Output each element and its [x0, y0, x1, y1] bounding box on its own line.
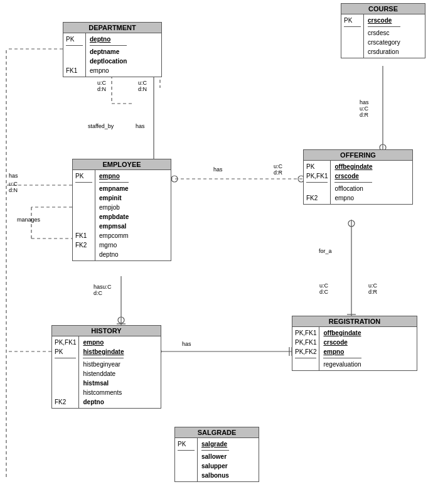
off-key-blank	[306, 184, 328, 193]
hist-attr-histmsal: histmsal	[83, 378, 124, 388]
entity-salgrade-attrs: salgrade sallower salupper salbonus	[198, 438, 233, 481]
dept-attr-deptno: deptno	[90, 35, 127, 44]
label-uc-dr-off-reg2: u:Cd:R	[368, 282, 377, 295]
course-attr-crsduration: crsduration	[368, 47, 400, 56]
emp-key-blank1	[75, 184, 92, 193]
label-staffed-by: staffed_by	[88, 123, 114, 129]
emp-attr-empcomm: empcomm	[99, 231, 129, 240]
label-uc-staffedby2: u:Cd:N	[138, 80, 147, 92]
svg-point-11	[171, 176, 178, 182]
emp-attr-empname: empname	[99, 184, 129, 193]
entity-employee: EMPLOYEE PK FK1 FK2 empno empname empini…	[72, 159, 171, 261]
entity-course-attrs: crscode crsdesc crscategory crsduration	[364, 14, 404, 58]
reg-attr-regevaluation: regevaluation	[323, 360, 361, 369]
entity-registration: REGISTRATION PK,FK1 PK,FK1 PK,FK2 offbeg…	[292, 316, 417, 371]
course-attr-crscode: crscode	[368, 16, 400, 25]
emp-attr-empjob: empjob	[99, 203, 129, 212]
label-uc-dr-course-off: u:Cd:R	[360, 105, 368, 118]
entity-employee-header: EMPLOYEE	[73, 159, 171, 170]
entity-course: COURSE PK crscode crsdesc crscategory cr…	[341, 3, 425, 58]
entity-employee-body: PK FK1 FK2 empno empname empinit empjob …	[73, 170, 171, 260]
hist-key-blank3	[55, 378, 76, 388]
emp-key-blank4	[75, 212, 92, 222]
off-attr-offlocation: offlocation	[334, 184, 372, 193]
hist-attr-histcomments: histcomments	[83, 388, 124, 397]
entity-course-keys: PK	[341, 14, 364, 58]
dept-key-blank2	[66, 56, 83, 66]
label-for-a: for_a	[319, 248, 332, 254]
reg-key-pkfk1-2: PK,FK1	[295, 338, 316, 347]
entity-department-attrs: deptno deptname deptlocation empno	[86, 33, 131, 77]
entity-registration-attrs: offbegindate crscode empno regevaluation	[319, 327, 365, 370]
sal-key-blank2	[178, 461, 195, 471]
entity-department-keys: PK FK1	[63, 33, 86, 77]
reg-attr-crscode: crscode	[323, 338, 361, 347]
svg-point-18	[118, 317, 124, 323]
label-hasu-c: hasu:Cd:C	[94, 284, 112, 296]
emp-key-fk1: FK1	[75, 231, 92, 240]
course-key-pk: PK	[344, 16, 361, 25]
entity-registration-keys: PK,FK1 PK,FK1 PK,FK2	[292, 327, 319, 370]
label-has-course-off: has	[360, 99, 369, 105]
hist-key-blank4	[55, 388, 76, 397]
hist-key-blank2	[55, 369, 76, 378]
emp-key-blank3	[75, 203, 92, 212]
reg-key-blank	[295, 360, 316, 369]
hist-attr-deptno: deptno	[83, 397, 124, 407]
dept-attr-deptname: deptname	[90, 47, 127, 56]
sal-key-blank1	[178, 452, 195, 461]
sal-attr-salgrade: salgrade	[201, 439, 229, 449]
entity-offering-header: OFFERING	[304, 150, 412, 161]
label-uc-dc-off-reg: u:Cd:C	[319, 282, 328, 295]
hist-key-blank1	[55, 360, 76, 369]
emp-attr-empinit: empinit	[99, 193, 129, 203]
entity-offering-attrs: offbegindate crscode offlocation empno	[331, 161, 376, 204]
reg-attr-empno: empno	[323, 347, 361, 357]
entity-salgrade: SALGRADE PK salgrade sallower salupper s…	[174, 427, 259, 482]
course-attr-crsdesc: crsdesc	[368, 28, 400, 38]
label-uc-dr-emp-off: u:Cd:R	[274, 163, 282, 176]
entity-course-body: PK crscode crsdesc crscategory crsdurati…	[341, 14, 425, 58]
emp-key-fk2: FK2	[75, 240, 92, 250]
sal-key-pk: PK	[178, 439, 195, 449]
entity-offering-body: PK PK,FK1 FK2 offbegindate crscode offlo…	[304, 161, 412, 204]
sal-key-blank3	[178, 471, 195, 480]
hist-key-fk2: FK2	[55, 397, 76, 407]
sal-attr-sallower: sallower	[201, 452, 229, 461]
entity-department: DEPARTMENT PK FK1 deptno deptname deptlo…	[63, 22, 162, 77]
hist-attr-histbegindate: histbegindate	[83, 347, 124, 357]
entity-registration-body: PK,FK1 PK,FK1 PK,FK2 offbegindate crscod…	[292, 327, 417, 370]
svg-point-26	[348, 220, 355, 227]
hist-key-pkfk1: PK,FK1	[55, 338, 76, 347]
entity-history-body: PK,FK1 PK FK2 empno histbegindate histbe…	[52, 336, 161, 408]
entity-history-attrs: empno histbegindate histbeginyear histen…	[79, 336, 127, 408]
sal-attr-salbonus: salbonus	[201, 471, 229, 480]
entity-salgrade-body: PK salgrade sallower salupper salbonus	[175, 438, 259, 481]
entity-history: HISTORY PK,FK1 PK FK2 empno histbegindat…	[51, 325, 161, 409]
course-attr-crscategory: crscategory	[368, 38, 400, 47]
entity-salgrade-header: SALGRADE	[175, 427, 259, 438]
hist-attr-histenddate: histenddate	[83, 369, 124, 378]
emp-key-pk: PK	[75, 171, 92, 181]
off-key-fk2: FK2	[306, 193, 328, 203]
reg-key-pkfk2: PK,FK2	[295, 347, 316, 357]
off-attr-crscode: crscode	[334, 171, 372, 181]
emp-attr-empno: empno	[99, 171, 129, 181]
emp-key-blank5	[75, 222, 92, 231]
label-has-left: has	[9, 173, 18, 179]
dept-key-blank1	[66, 47, 83, 56]
dept-key-fk1: FK1	[66, 66, 83, 75]
dept-attr-empno: empno	[90, 66, 127, 75]
dept-attr-deptlocation: deptlocation	[90, 56, 127, 66]
entity-salgrade-keys: PK	[175, 438, 198, 481]
diagram-container: u:Cd:N u:Cd:N staffed_by has has u:Cd:N …	[0, 0, 433, 504]
label-uc-dn-staffedby: u:Cd:N	[97, 80, 106, 92]
course-key-blank1	[344, 28, 361, 38]
label-has-hist-reg: has	[182, 341, 191, 347]
reg-key-pkfk1-1: PK,FK1	[295, 328, 316, 338]
reg-attr-offbegindate: offbegindate	[323, 328, 361, 338]
entity-department-header: DEPARTMENT	[63, 23, 161, 33]
off-attr-empno: empno	[334, 193, 372, 203]
entity-course-header: COURSE	[341, 4, 425, 14]
off-key-pkfk1: PK,FK1	[306, 171, 328, 181]
